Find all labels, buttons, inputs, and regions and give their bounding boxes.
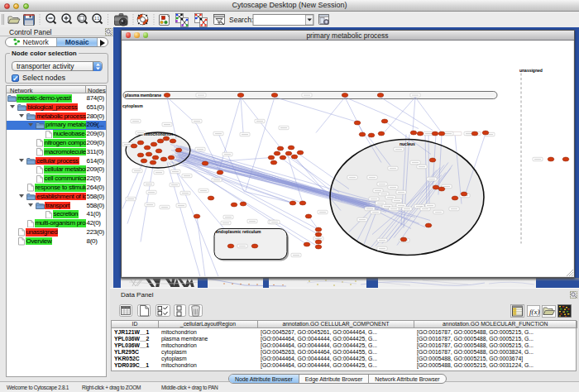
svg-text:Search:: Search: <box>229 16 253 24</box>
svg-text:unassigned: unassigned <box>519 68 543 73</box>
svg-text:f(x): f(x) <box>529 308 540 316</box>
svg-text:cytoplasm: cytoplasm <box>122 103 143 108</box>
svg-text:nucleus: nucleus <box>400 141 415 146</box>
svg-text:mitochondrion: mitochondrion <box>144 131 173 136</box>
svg-text:plasma membrane: plasma membrane <box>125 93 161 98</box>
svg-text:endoplasmic reticulum: endoplasmic reticulum <box>216 229 261 234</box>
svg-text:1:1: 1:1 <box>94 17 100 21</box>
